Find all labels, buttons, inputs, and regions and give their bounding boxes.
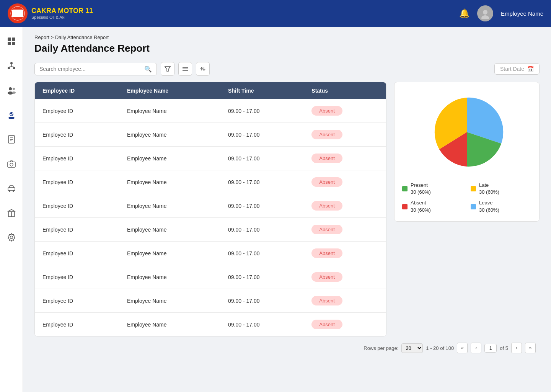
legend-absent-text: Absent 30 (60%) (411, 199, 431, 213)
cell-employee-id: Employee ID (35, 123, 119, 147)
cell-status: Absent (304, 170, 386, 194)
last-page-button[interactable]: » (525, 343, 536, 353)
cell-employee-name: Employee Name (119, 289, 220, 313)
legend-late-dot (471, 186, 476, 191)
rows-per-page-select[interactable]: 20 50 100 (401, 343, 423, 353)
breadcrumb: Report > Daily Attendance Report (34, 34, 540, 40)
calendar-icon: 📅 (527, 66, 534, 72)
cell-shift-time: 09.00 - 17.00 (220, 123, 304, 147)
avatar[interactable] (477, 5, 493, 21)
sidebar-item-settings[interactable] (5, 230, 18, 244)
page-number-input[interactable] (484, 344, 497, 353)
cell-employee-name: Employee Name (119, 242, 220, 265)
status-badge: Absent (311, 106, 342, 116)
svg-rect-9 (8, 42, 11, 45)
svg-rect-1 (13, 11, 22, 16)
svg-marker-35 (165, 67, 170, 71)
filter-button[interactable] (161, 62, 174, 76)
table-row: Employee ID Employee Name 09.00 - 17.00 … (35, 194, 386, 218)
table-row: Employee ID Employee Name 09.00 - 17.00 … (35, 170, 386, 194)
table-row: Employee ID Employee Name 09.00 - 17.00 … (35, 289, 386, 313)
search-input[interactable] (39, 66, 141, 72)
first-page-button[interactable]: « (457, 343, 468, 353)
logo-icon (8, 3, 28, 23)
sidebar (0, 27, 23, 392)
svg-point-19 (13, 88, 15, 90)
cell-employee-name: Employee Name (119, 218, 220, 242)
svg-point-2 (14, 15, 16, 17)
search-box[interactable]: 🔍 (34, 63, 157, 75)
page-range-text: 1 - 20 of 100 (426, 345, 454, 351)
legend-present-dot (402, 186, 408, 191)
sidebar-item-dashboard[interactable] (5, 34, 18, 48)
header-right: 🔔 Employee Name (459, 5, 543, 21)
legend-late-text: Late 30 (60%) (479, 182, 499, 196)
svg-point-31 (13, 190, 14, 192)
cell-shift-time: 09.00 - 17.00 (220, 289, 304, 313)
notification-bell-icon[interactable]: 🔔 (459, 8, 469, 18)
table-header-row: Employee ID Employee Name Shift Time Sta… (35, 82, 386, 99)
column-button[interactable] (178, 62, 192, 76)
logo-area: CAKRA MOTOR 11 Spesialis Oli & Aki (8, 3, 93, 23)
cell-status: Absent (304, 242, 386, 265)
svg-point-13 (13, 67, 15, 69)
col-employee-id: Employee ID (35, 82, 119, 99)
brand-sub: Spesialis Oli & Aki (31, 15, 93, 20)
employee-name: Employee Name (501, 10, 543, 17)
legend-present-label: Present (411, 182, 431, 189)
status-badge: Absent (311, 177, 342, 187)
cell-status: Absent (304, 99, 386, 123)
sidebar-item-camera[interactable] (5, 157, 18, 171)
legend-absent-value: 30 (60%) (411, 207, 431, 214)
sidebar-item-attendance[interactable] (5, 108, 18, 122)
cell-status: Absent (304, 289, 386, 313)
cell-shift-time: 09.00 - 17.00 (220, 147, 304, 170)
sidebar-item-users[interactable] (5, 83, 18, 97)
search-icon: 🔍 (144, 65, 152, 73)
next-page-button[interactable]: › (511, 343, 522, 353)
breadcrumb-parent: Report (34, 34, 49, 40)
legend-present-text: Present 30 (60%) (411, 182, 431, 196)
svg-point-12 (8, 67, 10, 69)
cell-shift-time: 09.00 - 17.00 (220, 218, 304, 242)
col-shift-time: Shift Time (220, 82, 304, 99)
table-row: Employee ID Employee Name 09.00 - 17.00 … (35, 242, 386, 265)
cell-employee-id: Employee ID (35, 147, 119, 170)
header: CAKRA MOTOR 11 Spesialis Oli & Aki 🔔 Emp… (0, 0, 551, 27)
prev-page-button[interactable]: ‹ (471, 343, 481, 353)
svg-point-20 (12, 91, 16, 94)
sort-button[interactable] (196, 62, 210, 76)
cell-employee-id: Employee ID (35, 289, 119, 313)
sidebar-item-box[interactable] (5, 206, 18, 220)
table-row: Employee ID Employee Name 09.00 - 17.00 … (35, 313, 386, 336)
cell-shift-time: 09.00 - 17.00 (220, 170, 304, 194)
sidebar-item-car[interactable] (5, 181, 18, 195)
legend-late-label: Late (479, 182, 499, 189)
legend-absent-dot (402, 204, 408, 209)
cell-status: Absent (304, 147, 386, 170)
cell-employee-name: Employee Name (119, 194, 220, 218)
toolbar: 🔍 Start Date 📅 (34, 62, 540, 76)
table-row: Employee ID Employee Name 09.00 - 17.00 … (35, 99, 386, 123)
sidebar-item-org[interactable] (5, 59, 18, 73)
legend-leave-value: 30 (60%) (479, 207, 499, 214)
sidebar-item-reports[interactable] (5, 132, 18, 146)
status-badge: Absent (311, 248, 342, 258)
total-pages-text: of 5 (500, 345, 508, 351)
cell-employee-name: Employee Name (119, 313, 220, 336)
breadcrumb-current: Daily Attendance Report (55, 34, 109, 40)
cell-employee-name: Employee Name (119, 170, 220, 194)
status-badge: Absent (311, 272, 342, 282)
cell-status: Absent (304, 313, 386, 336)
svg-point-28 (10, 163, 13, 166)
status-badge: Absent (311, 320, 342, 329)
cell-employee-id: Employee ID (35, 313, 119, 336)
cell-employee-name: Employee Name (119, 123, 220, 147)
cell-shift-time: 09.00 - 17.00 (220, 99, 304, 123)
breadcrumb-separator: > (51, 34, 54, 40)
cell-employee-id: Employee ID (35, 170, 119, 194)
start-date-button[interactable]: Start Date 📅 (494, 63, 540, 75)
pie-chart (402, 90, 531, 174)
legend-absent-label: Absent (411, 199, 431, 206)
cell-shift-time: 09.00 - 17.00 (220, 313, 304, 336)
